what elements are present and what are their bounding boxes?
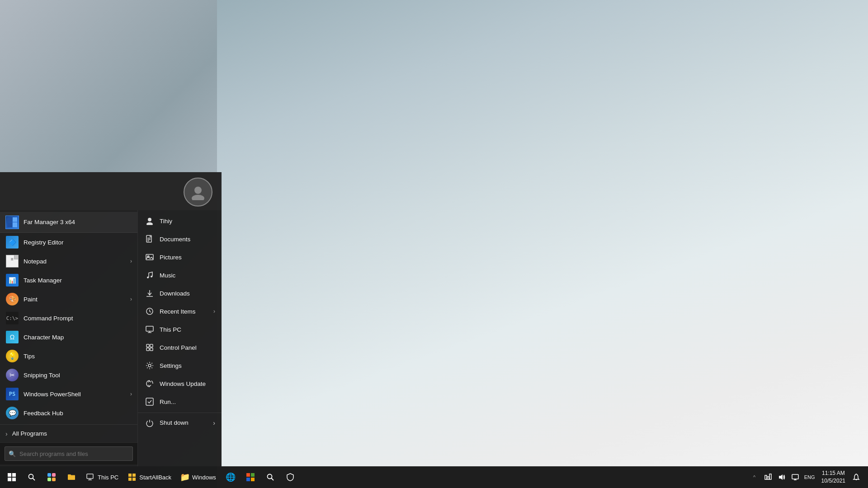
run-icon: [144, 396, 155, 407]
svg-rect-39: [767, 477, 769, 479]
shutdown-arrow: ›: [213, 419, 215, 427]
svg-point-0: [194, 187, 202, 194]
feedback-hub-item[interactable]: 💬 Feedback Hub: [0, 404, 137, 422]
menu-body: Far Manager 3 x64 🔷 Registry Editor ≡ No…: [0, 210, 222, 466]
snipping-tool-label: Snipping Tool: [24, 372, 132, 379]
tray-expand-button[interactable]: ^: [748, 467, 761, 487]
tihiy-icon: [144, 216, 155, 226]
documents-icon: [144, 234, 155, 244]
command-prompt-icon: C:\>: [5, 311, 19, 325]
feedback-hub-icon: 💬: [5, 406, 19, 420]
network-icon[interactable]: [762, 467, 774, 487]
svg-rect-42: [792, 474, 798, 479]
character-map-item[interactable]: Ω Character Map: [0, 328, 137, 347]
settings-label: Settings: [160, 362, 215, 369]
tips-item[interactable]: 💡 Tips: [0, 347, 137, 366]
all-programs-arrow-icon: ›: [5, 430, 8, 437]
command-prompt-item[interactable]: C:\> Command Prompt: [0, 309, 137, 328]
taskbar-search2-button[interactable]: [260, 467, 280, 487]
registry-editor-label: Registry Editor: [24, 239, 132, 246]
snipping-tool-item[interactable]: ✂ Snipping Tool: [0, 366, 137, 385]
svg-point-3: [146, 222, 153, 225]
task-manager-item[interactable]: 📊 Task Manager: [0, 271, 137, 290]
documents-item[interactable]: Documents: [138, 230, 222, 248]
display-icon[interactable]: [789, 467, 802, 487]
far-manager-icon: [5, 216, 19, 229]
this-pc-taskbar-button[interactable]: This PC: [81, 467, 123, 487]
all-programs-item[interactable]: › All Programs: [0, 424, 137, 442]
taskbar-search-icon: [28, 473, 36, 481]
recent-items-arrow: ›: [213, 308, 215, 314]
windows-folder-button[interactable]: 📁 Windows: [176, 467, 221, 487]
right-column: Tihiy Documents: [138, 210, 222, 466]
language-indicator[interactable]: ENG: [802, 467, 817, 487]
svg-rect-18: [150, 344, 153, 347]
run-item[interactable]: Run...: [138, 393, 222, 411]
notification-button[interactable]: [850, 467, 863, 487]
start-button[interactable]: [2, 467, 22, 487]
clock-area[interactable]: 11:15 AM 10/5/2021: [818, 469, 849, 485]
startallback-label: StartAllBack: [139, 474, 171, 481]
store-button[interactable]: [241, 467, 260, 487]
pictures-item[interactable]: Pictures: [138, 248, 222, 266]
time-display: 11:15 AM: [822, 469, 845, 477]
svg-point-10: [147, 277, 149, 278]
taskbar-search-button[interactable]: [22, 467, 42, 487]
security-button[interactable]: [280, 467, 300, 487]
user-avatar[interactable]: [184, 178, 212, 206]
notepad-icon: ≡: [5, 254, 19, 268]
character-map-icon: Ω: [5, 330, 19, 344]
powershell-arrow: ›: [130, 391, 132, 397]
store-icon: [246, 473, 255, 482]
windows-powershell-item[interactable]: PS Windows PowerShell ›: [0, 385, 137, 404]
notepad-label: Notepad: [24, 258, 126, 265]
svg-rect-38: [765, 475, 767, 479]
edge-button[interactable]: 🌐: [221, 467, 241, 487]
notepad-arrow: ›: [130, 258, 132, 264]
svg-point-11: [151, 276, 152, 277]
shutdown-item[interactable]: Shut down ›: [138, 413, 222, 432]
this-pc-label: This PC: [160, 326, 215, 333]
settings-item[interactable]: Settings: [138, 357, 222, 375]
taskbar-widgets-button[interactable]: [42, 467, 61, 487]
control-panel-item[interactable]: Control Panel: [138, 338, 222, 357]
svg-rect-20: [150, 348, 153, 351]
widgets-icon: [47, 473, 56, 481]
music-icon: [144, 270, 155, 281]
command-prompt-label: Command Prompt: [24, 315, 132, 322]
downloads-label: Downloads: [160, 290, 215, 297]
svg-rect-30: [128, 478, 132, 481]
far-manager-item[interactable]: Far Manager 3 x64: [0, 212, 137, 233]
paint-item[interactable]: 🎨 Paint ›: [0, 290, 137, 309]
music-item[interactable]: Music: [138, 266, 222, 284]
notepad-item[interactable]: ≡ Notepad ›: [0, 252, 137, 271]
paint-label: Paint: [24, 296, 126, 303]
search-wrapper: 🔍: [5, 446, 133, 461]
svg-rect-35: [251, 478, 255, 481]
file-explorer-button[interactable]: [61, 467, 81, 487]
svg-rect-17: [146, 344, 149, 347]
startallback-button[interactable]: StartAllBack: [123, 467, 176, 487]
svg-line-37: [271, 478, 274, 480]
svg-rect-32: [246, 473, 250, 477]
language-label: ENG: [804, 474, 815, 480]
this-pc-icon: [144, 324, 155, 335]
windows-update-label: Windows Update: [160, 380, 215, 387]
control-panel-label: Control Panel: [160, 344, 215, 351]
this-pc-item[interactable]: This PC: [138, 320, 222, 338]
windows-logo-icon: [8, 473, 16, 481]
windows-update-item[interactable]: Windows Update: [138, 375, 222, 393]
recent-items-item[interactable]: Recent Items ›: [138, 302, 222, 320]
tihiy-item[interactable]: Tihiy: [138, 212, 222, 230]
downloads-item[interactable]: Downloads: [138, 284, 222, 302]
volume-icon[interactable]: [775, 467, 788, 487]
search-input[interactable]: [5, 446, 133, 461]
registry-editor-item[interactable]: 🔷 Registry Editor: [0, 233, 137, 252]
shutdown-icon: [144, 418, 155, 428]
snipping-tool-icon: ✂: [5, 368, 19, 382]
registry-editor-icon: 🔷: [5, 235, 19, 249]
svg-rect-33: [251, 473, 255, 477]
far-manager-label: Far Manager 3 x64: [24, 219, 132, 225]
run-label: Run...: [160, 399, 215, 405]
tihiy-label: Tihiy: [160, 218, 215, 225]
